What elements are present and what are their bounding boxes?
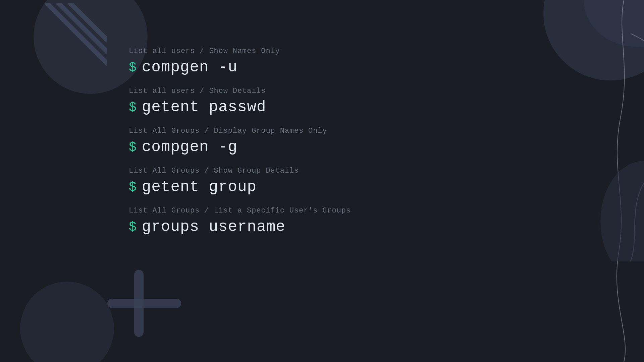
command-label-3: List All Groups / Display Group Names On… xyxy=(129,127,351,135)
prompt-4: $ xyxy=(129,180,137,194)
decorative-arc-right xyxy=(523,34,644,261)
decorative-cross xyxy=(107,270,181,339)
svg-point-7 xyxy=(600,161,644,261)
command-line-3: $ compgen -g xyxy=(129,138,351,156)
command-block-1: List all users / Show Names Only $ compg… xyxy=(129,47,351,76)
prompt-5: $ xyxy=(129,220,137,234)
main-content: List all users / Show Names Only $ compg… xyxy=(129,47,351,246)
decorative-circle-bottom-left xyxy=(20,282,114,362)
prompt-1: $ xyxy=(129,60,137,75)
command-line-2: $ getent passwd xyxy=(129,99,351,116)
command-text-3: compgen -g xyxy=(142,138,237,156)
command-text-1: compgen -u xyxy=(142,59,237,76)
command-label-4: List All Groups / Show Group Details xyxy=(129,167,351,175)
decorative-lines-top-left xyxy=(40,3,101,77)
command-block-4: List All Groups / Show Group Details $ g… xyxy=(129,167,351,196)
prompt-2: $ xyxy=(129,100,137,115)
command-label-5: List All Groups / List a Specific User's… xyxy=(129,206,351,215)
svg-line-1 xyxy=(59,3,107,52)
command-block-3: List All Groups / Display Group Names On… xyxy=(129,127,351,156)
command-block-5: List All Groups / List a Specific User's… xyxy=(129,206,351,236)
command-line-4: $ getent group xyxy=(129,178,351,196)
command-line-5: $ groups username xyxy=(129,218,351,236)
command-text-2: getent passwd xyxy=(142,99,266,116)
command-text-4: getent group xyxy=(142,178,257,196)
command-label-1: List all users / Show Names Only xyxy=(129,47,351,55)
command-block-2: List all users / Show Details $ getent p… xyxy=(129,87,351,116)
command-text-5: groups username xyxy=(142,218,285,236)
prompt-3: $ xyxy=(129,140,137,155)
command-label-2: List all users / Show Details xyxy=(129,87,351,95)
command-line-1: $ compgen -u xyxy=(129,59,351,76)
svg-rect-4 xyxy=(107,299,181,308)
